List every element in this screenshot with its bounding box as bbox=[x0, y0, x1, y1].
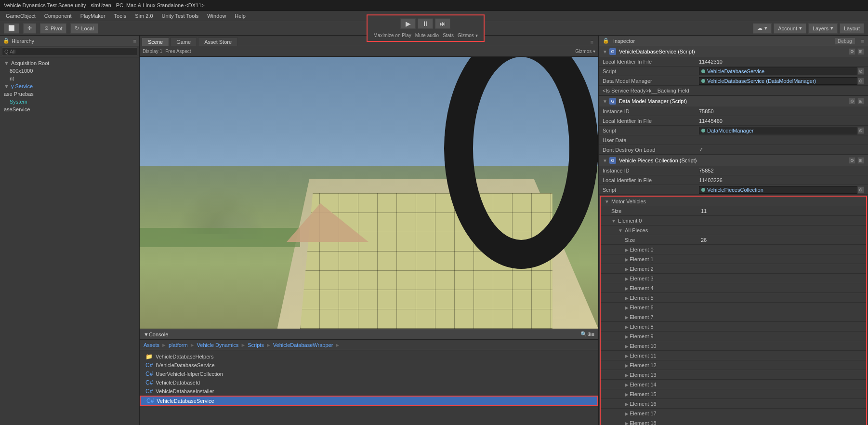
section-vehiclepieces: ▼ G Vehicle Pieces Collection (Script) ⚙… bbox=[599, 155, 868, 425]
menu-playmaker[interactable]: PlayMaker bbox=[77, 12, 109, 20]
folder-icon: 📁 bbox=[145, 353, 153, 360]
row-element-0: ▼Element 0 bbox=[601, 216, 866, 226]
script-field-3[interactable]: DataModelManager bbox=[699, 127, 857, 134]
console-breadcrumb: Assets ► platform ► Vehicle Dynamics ► S… bbox=[140, 340, 598, 350]
script-field-4[interactable]: VehiclePiecesCollection bbox=[699, 186, 857, 194]
hierarchy-item-800x1000[interactable]: 800x1000 bbox=[0, 67, 139, 75]
aspect-selector[interactable]: Free Aspect bbox=[165, 49, 191, 54]
scene-gizmos-btn[interactable]: Gizmos ▾ bbox=[575, 49, 595, 54]
local-button[interactable]: ↻ Local bbox=[70, 23, 98, 34]
breadcrumb-wrapper[interactable]: VehicleDatabaseWrapper bbox=[273, 342, 333, 348]
section-header-datamodel[interactable]: ▼ G Data Model Manager (Script) ⚙ ⊞ bbox=[599, 96, 868, 106]
script-select-btn-1[interactable]: ⊙ bbox=[857, 68, 864, 75]
script-field-1[interactable]: VehicleDatabaseService bbox=[699, 67, 857, 75]
breadcrumb-platform[interactable]: platform bbox=[169, 342, 188, 348]
section-settings-icon[interactable]: ⚙ bbox=[849, 48, 855, 55]
script-dot-3 bbox=[701, 129, 705, 133]
script-select-btn-4[interactable]: ⊙ bbox=[857, 186, 864, 193]
mute-audio[interactable]: Mute audio bbox=[415, 33, 439, 38]
debug-badge[interactable]: Debug bbox=[834, 38, 855, 44]
section-vehicledb: ▼ G VehicleDatabaseService (Script) ⚙ ⊞ … bbox=[599, 46, 868, 96]
tab-game[interactable]: Game bbox=[170, 38, 197, 46]
row-element-3: ▶Element 3 bbox=[601, 274, 866, 283]
section-settings-icon-3[interactable]: ⚙ bbox=[849, 157, 855, 164]
play-button[interactable]: ▶ bbox=[400, 18, 416, 29]
hierarchy-item-system[interactable]: System bbox=[0, 98, 139, 106]
layers-dropdown[interactable]: Layers ▾ bbox=[808, 23, 838, 34]
tab-asset-store[interactable]: Asset Store bbox=[198, 38, 238, 46]
script-select-btn-3[interactable]: ⊙ bbox=[857, 127, 864, 134]
menu-unity-test[interactable]: Unity Test Tools bbox=[158, 12, 203, 20]
script-select-btn-2[interactable]: ⊙ bbox=[857, 78, 864, 84]
menu-help[interactable]: Help bbox=[231, 12, 250, 20]
row-motor-vehicles: ▼Motor Vehicles bbox=[601, 197, 866, 206]
hierarchy-menu-icon[interactable]: ≡ bbox=[133, 38, 136, 44]
file-dbservice[interactable]: C# VehicleDatabaseService bbox=[140, 396, 598, 406]
file-iservice[interactable]: C# IVehicleDatabaseService bbox=[140, 361, 598, 370]
script-name-4: VehiclePiecesCollection bbox=[707, 187, 763, 193]
lock-icon-inspector[interactable]: 🔒 bbox=[603, 38, 609, 44]
center-panel-menu[interactable]: ≡ bbox=[588, 38, 596, 46]
left-panel: 🔒 Hierarchy ≡ ▼Acquisition Root 800x1000… bbox=[0, 36, 140, 425]
file-userhelper[interactable]: C# UserVehicleHelperCollection bbox=[140, 370, 598, 378]
inspector-menu[interactable]: ≡ bbox=[861, 38, 864, 44]
menu-gameobject[interactable]: GameObject bbox=[2, 12, 39, 20]
console-menu[interactable]: ≡ bbox=[592, 332, 594, 337]
section-settings-icon-2[interactable]: ⚙ bbox=[849, 98, 855, 105]
maximize-on-play[interactable]: Maximize on Play bbox=[373, 33, 411, 38]
script-field-2[interactable]: VehicleDatabaseService (DataModelManager… bbox=[699, 77, 857, 85]
stats-btn[interactable]: Stats bbox=[443, 33, 454, 38]
file-installer[interactable]: C# VehicleDatabaseInstaller bbox=[140, 387, 598, 396]
gizmos-btn[interactable]: Gizmos ▾ bbox=[458, 33, 478, 38]
menu-tools[interactable]: Tools bbox=[110, 12, 131, 20]
account-button[interactable]: ☁ ▾ bbox=[753, 23, 772, 34]
console-search[interactable]: 🔍 bbox=[580, 331, 587, 337]
center-panel: Scene Game Asset Store ≡ Display 1 Free … bbox=[140, 36, 598, 425]
section-datamodel: ▼ G Data Model Manager (Script) ⚙ ⊞ Inst… bbox=[599, 96, 868, 155]
hierarchy-item-service[interactable]: ▼y Service bbox=[0, 82, 139, 90]
cs-icon-5: C# bbox=[146, 398, 154, 404]
breadcrumb-scripts[interactable]: Scripts bbox=[248, 342, 264, 348]
hierarchy-item-acquisition-root[interactable]: ▼Acquisition Root bbox=[0, 59, 139, 67]
menu-window[interactable]: Window bbox=[203, 12, 230, 20]
row-local-id-3: Local Identfier In File 11403226 bbox=[599, 175, 868, 185]
section-header-vehiclepieces[interactable]: ▼ G Vehicle Pieces Collection (Script) ⚙… bbox=[599, 155, 868, 166]
hierarchy-item-nt[interactable]: nt bbox=[0, 75, 139, 82]
row-backing-field: <Is Service Ready>k__Backing Field bbox=[599, 86, 868, 95]
inspector-scroll-area[interactable]: ▼ G VehicleDatabaseService (Script) ⚙ ⊞ … bbox=[599, 46, 868, 425]
row-element-12: ▶Element 12 bbox=[601, 360, 866, 370]
layout-dropdown[interactable]: Layout bbox=[840, 23, 864, 34]
breadcrumb-vehicle-dynamics[interactable]: Vehicle Dynamics bbox=[197, 342, 239, 348]
row-motor-vehicles-size: Size 11 bbox=[601, 206, 866, 216]
account-dropdown[interactable]: Account ▾ bbox=[774, 23, 806, 34]
hierarchy-search[interactable] bbox=[2, 47, 137, 56]
breadcrumb-assets[interactable]: Assets bbox=[144, 342, 159, 348]
tab-scene[interactable]: Scene bbox=[142, 38, 169, 46]
hierarchy-item-pruebas[interactable]: ase Pruebas bbox=[0, 90, 139, 98]
display-selector[interactable]: Display 1 bbox=[143, 49, 162, 54]
section-expand-icon[interactable]: ⊞ bbox=[857, 48, 864, 55]
section-expand-icon-3[interactable]: ⊞ bbox=[857, 157, 864, 164]
toolbar-rect-tool[interactable]: ⬜ bbox=[4, 23, 19, 34]
pause-button[interactable]: ⏸ bbox=[418, 18, 433, 29]
menu-sim20[interactable]: Sim 2.0 bbox=[131, 12, 157, 20]
pivot-button[interactable]: ⊙ Pivot bbox=[40, 23, 66, 34]
section-expand-icon-2[interactable]: ⊞ bbox=[857, 98, 864, 105]
file-helpers[interactable]: 📁 VehicleDatabaseHelpers bbox=[140, 352, 598, 361]
toolbar-move-tool[interactable]: ✛ bbox=[23, 23, 36, 34]
row-data-model: Data Model Manager VehicleDatabaseServic… bbox=[599, 76, 868, 86]
step-button[interactable]: ⏭ bbox=[435, 18, 450, 29]
row-element-14: ▶Element 14 bbox=[601, 380, 866, 389]
row-element-13: ▶Element 13 bbox=[601, 370, 866, 380]
section-header-vehicledb[interactable]: ▼ G VehicleDatabaseService (Script) ⚙ ⊞ bbox=[599, 46, 868, 57]
script-name-2: VehicleDatabaseService (DataModelManager… bbox=[707, 78, 816, 84]
menu-component[interactable]: Component bbox=[40, 12, 76, 20]
scene-toolbar: Display 1 Free Aspect Gizmos ▾ bbox=[140, 46, 598, 57]
hierarchy-item-aseservice[interactable]: aseService bbox=[0, 106, 139, 113]
console-actions[interactable]: ⊕ bbox=[587, 331, 592, 337]
section-title-datamodel: Data Model Manager (Script) bbox=[619, 98, 687, 104]
file-dbid[interactable]: C# VehicleDatabaseId bbox=[140, 378, 598, 387]
scene-view[interactable] bbox=[140, 57, 598, 329]
row-script: Script VehicleDatabaseService ⊙ bbox=[599, 66, 868, 76]
section-icon-datamodel: G bbox=[609, 98, 616, 105]
